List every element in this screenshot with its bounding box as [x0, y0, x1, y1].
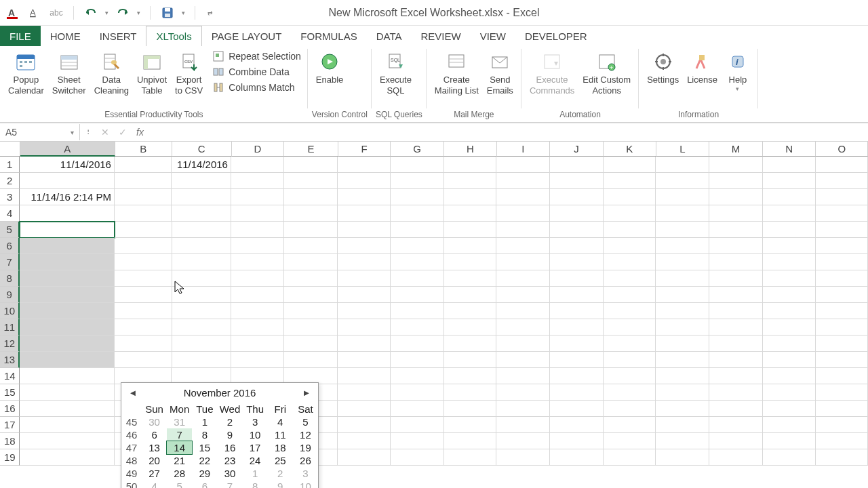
cell[interactable] — [231, 157, 284, 173]
send-emails-button[interactable]: Send Emails — [483, 49, 517, 98]
cell[interactable] — [444, 157, 497, 173]
cell[interactable] — [816, 319, 868, 336]
cell[interactable] — [284, 336, 338, 352]
cell[interactable] — [550, 401, 604, 417]
cell[interactable] — [391, 189, 444, 205]
cell[interactable] — [444, 189, 497, 205]
fx-label[interactable]: fx — [136, 127, 144, 138]
cell[interactable] — [20, 319, 114, 336]
cell[interactable] — [709, 189, 763, 205]
cell[interactable] — [444, 368, 497, 384]
cell[interactable] — [816, 157, 868, 173]
column-header[interactable]: I — [497, 142, 551, 157]
enable-vc-button[interactable]: Enable — [312, 49, 347, 87]
row-header[interactable]: 1 — [0, 157, 20, 173]
column-header[interactable]: G — [391, 142, 444, 157]
cell[interactable] — [115, 270, 172, 287]
cell[interactable] — [656, 433, 709, 449]
row-header[interactable]: 10 — [0, 303, 20, 319]
cell[interactable] — [172, 352, 231, 368]
cell[interactable] — [284, 238, 338, 254]
cell[interactable] — [496, 205, 550, 222]
calendar-day[interactable]: 8 — [192, 428, 217, 441]
cell[interactable] — [231, 287, 284, 303]
cell[interactable] — [20, 173, 114, 189]
cell[interactable] — [816, 336, 868, 352]
cell[interactable] — [709, 287, 763, 303]
calendar-day[interactable]: 7 — [167, 428, 192, 441]
cell[interactable] — [444, 449, 497, 466]
cell[interactable] — [284, 222, 338, 238]
cell[interactable] — [656, 401, 709, 417]
cell[interactable] — [444, 319, 497, 336]
tab-review[interactable]: REVIEW — [411, 26, 470, 46]
cell[interactable] — [656, 270, 709, 287]
cell[interactable] — [816, 270, 868, 287]
cell[interactable] — [763, 303, 816, 319]
cell[interactable] — [172, 303, 231, 319]
cell[interactable] — [763, 368, 816, 384]
cell[interactable] — [816, 384, 868, 401]
cell[interactable] — [231, 205, 284, 222]
cell[interactable] — [444, 205, 497, 222]
calendar-day[interactable]: 17 — [243, 441, 268, 454]
cell[interactable] — [496, 319, 550, 336]
save-icon[interactable] — [160, 5, 175, 20]
combine-data-button[interactable]: Combine Data — [210, 64, 304, 79]
cell[interactable] — [604, 384, 656, 401]
calendar-title[interactable]: November 2016 — [138, 387, 302, 399]
cell[interactable] — [115, 189, 172, 205]
cell[interactable] — [444, 433, 497, 449]
cell[interactable] — [20, 287, 114, 303]
cell[interactable] — [763, 173, 816, 189]
tab-home[interactable]: HOME — [41, 26, 90, 46]
cell[interactable] — [115, 352, 172, 368]
cell[interactable] — [391, 449, 444, 466]
cell[interactable] — [444, 270, 497, 287]
cell[interactable] — [496, 401, 550, 417]
cell[interactable] — [284, 287, 338, 303]
cell[interactable] — [763, 254, 816, 270]
enter-icon[interactable]: ✓ — [119, 127, 127, 138]
cell[interactable] — [20, 205, 114, 222]
cell[interactable] — [444, 254, 497, 270]
cell[interactable] — [656, 287, 709, 303]
cell[interactable] — [338, 189, 391, 205]
popup-calendar-button[interactable]: Popup Calendar — [4, 49, 48, 98]
cell[interactable] — [550, 189, 604, 205]
cell[interactable] — [816, 401, 868, 417]
cell[interactable] — [496, 173, 550, 189]
calendar-day[interactable]: 5 — [293, 415, 318, 428]
cell[interactable] — [284, 205, 338, 222]
cell[interactable] — [709, 319, 763, 336]
columns-match-button[interactable]: Columns Match — [210, 80, 304, 95]
calendar-day[interactable]: 28 — [167, 467, 192, 480]
cell[interactable] — [550, 368, 604, 384]
repeat-selection-button[interactable]: Repeat Selection — [210, 49, 304, 64]
cell[interactable] — [550, 449, 604, 466]
calendar-day[interactable]: 6 — [192, 480, 217, 488]
cell[interactable] — [656, 352, 709, 368]
cell[interactable] — [604, 433, 656, 449]
cell[interactable] — [816, 173, 868, 189]
row-header[interactable]: 18 — [0, 433, 20, 449]
column-header[interactable]: B — [115, 142, 173, 157]
row-header[interactable]: 14 — [0, 368, 20, 384]
cell[interactable] — [444, 222, 497, 238]
cell[interactable] — [391, 222, 444, 238]
cell[interactable] — [391, 336, 444, 352]
cell[interactable] — [550, 303, 604, 319]
cell[interactable] — [172, 205, 231, 222]
cell[interactable] — [391, 157, 444, 173]
cell[interactable] — [604, 254, 656, 270]
cell[interactable] — [115, 287, 172, 303]
cell[interactable] — [115, 303, 172, 319]
tab-xltools[interactable]: XLTools — [146, 26, 201, 46]
column-header[interactable]: D — [232, 142, 285, 157]
cell[interactable] — [496, 238, 550, 254]
cell[interactable] — [550, 417, 604, 433]
cell[interactable] — [338, 287, 391, 303]
cell[interactable] — [391, 401, 444, 417]
cell[interactable] — [656, 205, 709, 222]
cell[interactable] — [709, 401, 763, 417]
